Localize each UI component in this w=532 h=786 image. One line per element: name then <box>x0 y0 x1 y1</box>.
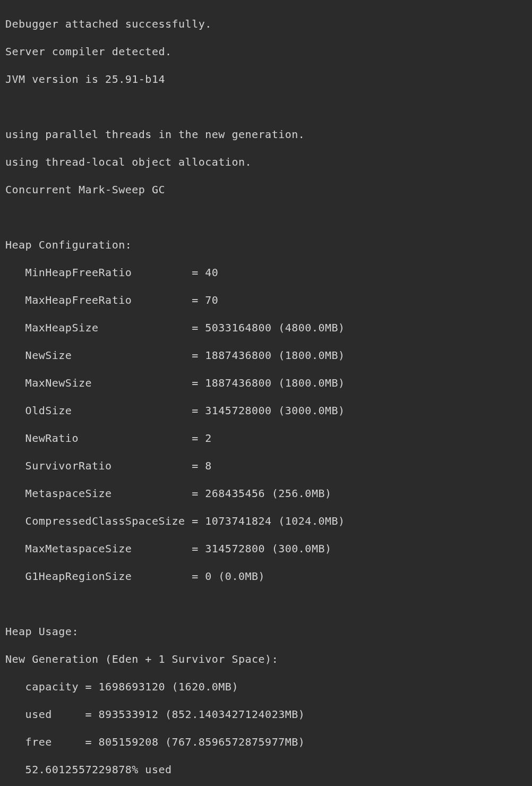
heap-usage-section-title: New Generation (Eden + 1 Survivor Space)… <box>5 652 530 666</box>
heap-config-row: MetaspaceSize = 268435456 (256.0MB) <box>5 486 530 500</box>
blank-line <box>5 100 530 114</box>
debugger-attached-line: Debugger attached successfully. <box>5 17 530 31</box>
heap-config-row: MaxHeapFreeRatio = 70 <box>5 293 530 307</box>
heap-config-row: MaxHeapSize = 5033164800 (4800.0MB) <box>5 321 530 335</box>
blank-line <box>5 210 530 224</box>
terminal-output: Debugger attached successfully. Server c… <box>0 0 532 786</box>
gc-tlab-line: using thread-local object allocation. <box>5 155 530 169</box>
gc-collector-line: Concurrent Mark-Sweep GC <box>5 183 530 196</box>
heap-usage-line: capacity = 1698693120 (1620.0MB) <box>5 680 530 694</box>
heap-usage-line: used = 893533912 (852.1403427124023MB) <box>5 707 530 721</box>
blank-line <box>5 597 530 611</box>
heap-config-title: Heap Configuration: <box>5 238 530 252</box>
jvm-version-line: JVM version is 25.91-b14 <box>5 72 530 86</box>
heap-config-row: NewRatio = 2 <box>5 431 530 445</box>
compiler-detected-line: Server compiler detected. <box>5 45 530 58</box>
heap-usage-line: 52.6012557229878% used <box>5 763 530 776</box>
heap-usage-title: Heap Usage: <box>5 625 530 638</box>
heap-config-row: MaxNewSize = 1887436800 (1800.0MB) <box>5 376 530 390</box>
heap-usage-line: free = 805159208 (767.8596572875977MB) <box>5 735 530 749</box>
gc-parallel-line: using parallel threads in the new genera… <box>5 127 530 141</box>
heap-config-row: SurvivorRatio = 8 <box>5 459 530 473</box>
heap-config-row: MaxMetaspaceSize = 314572800 (300.0MB) <box>5 542 530 556</box>
heap-config-row: NewSize = 1887436800 (1800.0MB) <box>5 348 530 362</box>
heap-config-row: CompressedClassSpaceSize = 1073741824 (1… <box>5 514 530 528</box>
heap-config-row: MinHeapFreeRatio = 40 <box>5 266 530 279</box>
heap-config-row: G1HeapRegionSize = 0 (0.0MB) <box>5 569 530 583</box>
heap-config-row: OldSize = 3145728000 (3000.0MB) <box>5 404 530 417</box>
